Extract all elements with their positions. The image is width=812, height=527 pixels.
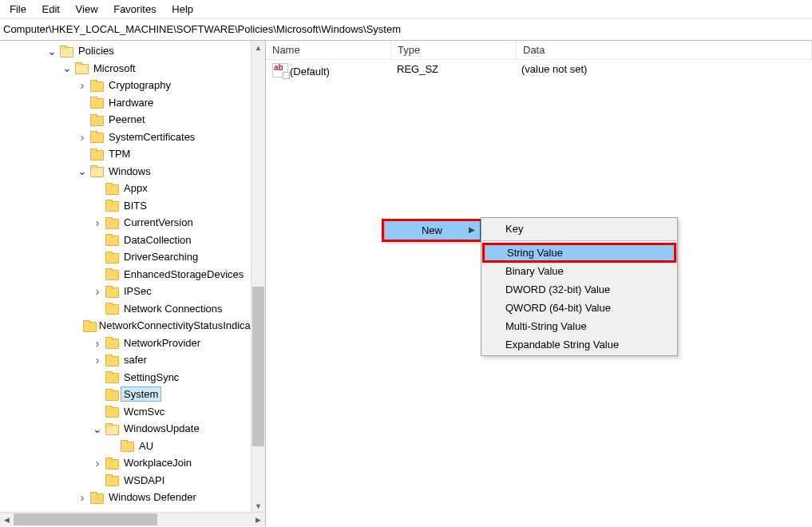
expand-icon[interactable]: › <box>91 353 104 367</box>
tree-node[interactable]: ›Cryptography <box>0 77 265 94</box>
tree-node[interactable]: WSDAPI <box>0 472 265 489</box>
expand-icon[interactable]: › <box>76 130 89 144</box>
tree-node-label: System <box>121 387 160 401</box>
folder-icon <box>105 355 118 366</box>
submenu-item-multi-string-value[interactable]: Multi-String Value <box>481 317 677 335</box>
submenu-item-string-value[interactable]: String Value <box>483 244 675 262</box>
folder-icon <box>105 286 118 297</box>
collapse-icon[interactable]: ⌄ <box>61 61 73 74</box>
tree-node[interactable]: AU <box>0 438 265 455</box>
scroll-up-arrow-icon[interactable]: ▲ <box>252 41 265 54</box>
tree-node[interactable]: ›WorkplaceJoin <box>0 454 265 472</box>
folder-icon <box>60 46 73 57</box>
tree-node-label: EnhancedStorageDevices <box>121 267 246 281</box>
folder-icon <box>90 97 103 108</box>
context-menu-new: New ▶ <box>382 220 481 241</box>
tree-pane: ⌄Policies⌄Microsoft›CryptographyHardware… <box>0 41 266 526</box>
tree-node[interactable]: ⌄WindowsUpdate <box>0 420 265 438</box>
expand-icon[interactable]: › <box>91 456 104 470</box>
column-header-type[interactable]: Type <box>391 41 517 59</box>
tree-horizontal-scrollbar[interactable]: ◀ ▶ <box>0 512 265 526</box>
menu-bar: File Edit View Favorites Help <box>0 0 812 19</box>
tree-vertical-scrollbar[interactable]: ▲ ▼ <box>251 41 265 513</box>
folder-icon <box>105 337 118 348</box>
menu-edit[interactable]: Edit <box>36 2 66 17</box>
tree-node[interactable]: EnhancedStorageDevices <box>0 266 265 283</box>
menu-favorites[interactable]: Favorites <box>107 2 162 17</box>
value-name: (Default) <box>266 61 390 79</box>
collapse-icon[interactable]: ⌄ <box>91 422 104 435</box>
tree-node[interactable]: DriverSearching <box>0 248 265 266</box>
tree-node[interactable]: WcmSvc <box>0 403 265 421</box>
menu-help[interactable]: Help <box>165 2 200 17</box>
submenu-item-qword-value[interactable]: QWORD (64-bit) Value <box>481 299 677 317</box>
context-menu-item-new[interactable]: New ▶ <box>384 221 480 240</box>
expand-icon[interactable]: › <box>76 78 89 92</box>
tree-node[interactable]: ⌄Windows <box>0 163 265 180</box>
expand-icon[interactable]: › <box>91 284 104 298</box>
folder-icon <box>90 80 103 91</box>
address-bar[interactable]: Computer\HKEY_LOCAL_MACHINE\SOFTWARE\Pol… <box>0 19 812 41</box>
tree-node[interactable]: System <box>0 386 265 403</box>
tree-node-label: WSDAPI <box>121 474 167 487</box>
scroll-left-arrow-icon[interactable]: ◀ <box>0 513 14 526</box>
folder-icon <box>121 440 133 451</box>
tree-node-label: Windows <box>106 164 153 178</box>
tree-node[interactable]: ⌄Policies <box>0 42 265 60</box>
submenu-item-dword-value[interactable]: DWORD (32-bit) Value <box>481 280 677 299</box>
folder-icon <box>90 492 103 503</box>
submenu-item-key[interactable]: Key <box>481 220 677 238</box>
tree-node-label: Appx <box>121 181 150 195</box>
submenu-item-expandable-string-value[interactable]: Expandable String Value <box>481 335 677 354</box>
folder-icon <box>105 458 118 469</box>
registry-tree[interactable]: ⌄Policies⌄Microsoft›CryptographyHardware… <box>0 41 265 512</box>
collapse-icon[interactable]: ⌄ <box>76 164 89 177</box>
tree-node-label: SystemCertificates <box>106 130 197 144</box>
submenu-item-binary-value[interactable]: Binary Value <box>481 262 677 280</box>
expand-icon[interactable]: › <box>91 336 104 350</box>
scroll-thumb[interactable] <box>14 513 157 525</box>
folder-icon <box>90 114 103 125</box>
tree-node-label: Peernet <box>106 113 148 126</box>
values-list-pane: Name Type Data (Default) REG_SZ (value n… <box>266 41 812 526</box>
tree-node-label: WorkplaceJoin <box>121 456 194 470</box>
scroll-thumb[interactable] <box>252 287 264 446</box>
tree-node[interactable]: NetworkConnectivityStatusIndicator <box>0 317 265 335</box>
list-row[interactable]: (Default) REG_SZ (value not set) <box>266 60 812 81</box>
scroll-right-arrow-icon[interactable]: ▶ <box>252 513 265 526</box>
expand-icon[interactable]: › <box>76 490 89 504</box>
tree-node[interactable]: ›NetworkProvider <box>0 335 265 352</box>
menu-view[interactable]: View <box>69 2 105 17</box>
menu-file[interactable]: File <box>3 2 33 17</box>
tree-node-label: Cryptography <box>106 78 173 92</box>
tree-node[interactable]: BITS <box>0 197 265 215</box>
tree-node[interactable]: ›safer <box>0 351 265 369</box>
tree-node[interactable]: ›IPSec <box>0 283 265 300</box>
folder-icon <box>105 389 118 400</box>
menu-separator <box>482 240 676 241</box>
tree-node-label: DriverSearching <box>121 250 200 264</box>
tree-node[interactable]: ›Windows Defender <box>0 489 265 506</box>
tree-node[interactable]: ›CurrentVersion <box>0 214 265 232</box>
column-header-data[interactable]: Data <box>517 41 812 59</box>
tree-node[interactable]: Hardware <box>0 94 265 112</box>
tree-node[interactable]: Peernet <box>0 111 265 129</box>
folder-icon <box>105 268 118 279</box>
folder-icon <box>90 149 103 160</box>
scroll-down-arrow-icon[interactable]: ▼ <box>252 499 265 513</box>
context-submenu-new: Key String Value Binary Value DWORD (32-… <box>481 217 678 356</box>
tree-node[interactable]: TPM <box>0 145 265 163</box>
tree-node[interactable]: Appx <box>0 180 265 197</box>
collapse-icon[interactable]: ⌄ <box>46 45 58 57</box>
folder-icon <box>105 423 118 434</box>
tree-node-label: Hardware <box>106 96 156 109</box>
tree-node[interactable]: SettingSync <box>0 369 265 386</box>
column-header-name[interactable]: Name <box>266 41 391 59</box>
tree-node[interactable]: Network Connections <box>0 300 265 318</box>
expand-icon[interactable]: › <box>91 216 104 229</box>
tree-node[interactable]: DataCollection <box>0 232 265 249</box>
folder-icon <box>105 217 118 228</box>
tree-node-label: BITS <box>121 199 149 212</box>
tree-node[interactable]: ›SystemCertificates <box>0 129 265 146</box>
tree-node[interactable]: ⌄Microsoft <box>0 60 265 77</box>
